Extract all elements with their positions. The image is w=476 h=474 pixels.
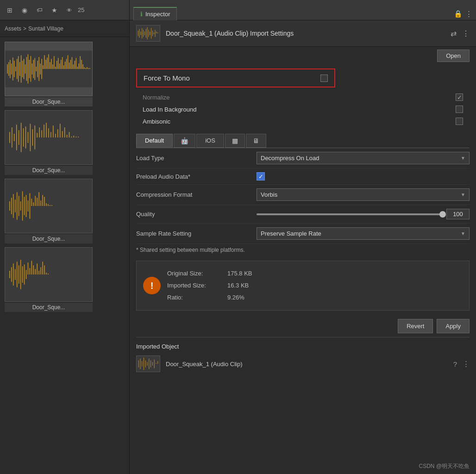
load-type-dropdown[interactable]: Decompress On Load ▼ — [257, 152, 470, 164]
quality-value-box[interactable]: 100 — [446, 209, 470, 219]
star-icon[interactable]: ★ — [48, 4, 60, 16]
inspector-tab[interactable]: ℹ Inspector — [133, 7, 177, 20]
quality-slider-container: 100 — [257, 209, 470, 219]
ambisonic-row: Ambisonic — [136, 115, 470, 127]
imported-item-name: Door_Squeak_1 (Audio Clip) — [166, 361, 448, 368]
preload-label: Preload Audio Data* — [136, 173, 257, 180]
normalize-label: Normalize — [143, 94, 456, 101]
action-buttons: Revert Apply — [136, 315, 470, 337]
right-panel: Door_Squeak_1 (Audio Clip) Import Settin… — [130, 20, 476, 474]
force-to-mono-label: Force To Mono — [144, 74, 320, 82]
tab-ios[interactable]: iOS — [196, 134, 224, 148]
warning-icon: ! — [143, 277, 161, 294]
force-to-mono-box: Force To Mono — [136, 69, 335, 87]
inspector-title: Door_Squeak_1 (Audio Clip) Import Settin… — [166, 30, 445, 37]
compression-label: Compression Format — [136, 191, 257, 198]
dropdown-arrow-load: ▼ — [461, 156, 465, 161]
csdn-watermark: CSDN @明天不吃鱼 — [419, 462, 470, 470]
quality-row: Quality 100 — [136, 205, 470, 224]
tab-webgl[interactable]: ▦ — [225, 134, 245, 148]
inspector-header: Door_Squeak_1 (Audio Clip) Import Settin… — [130, 20, 476, 47]
info-icon: ℹ — [140, 11, 143, 18]
more-dots-icon[interactable]: ⋮ — [462, 29, 470, 38]
asset-label: Door_Sque... — [5, 234, 93, 243]
ambisonic-label: Ambisonic — [143, 118, 456, 125]
breadcrumb-folder[interactable]: Suntail Village — [28, 25, 63, 32]
eye-icon[interactable]: 👁 — [63, 4, 75, 16]
more-icon[interactable]: ⋮ — [465, 10, 472, 18]
open-button[interactable]: Open — [437, 50, 470, 62]
breadcrumb-separator: > — [23, 25, 26, 32]
breadcrumb: Assets > Suntail Village — [0, 20, 129, 37]
quality-slider-thumb[interactable] — [439, 211, 446, 218]
inspector-tab-label: Inspector — [145, 11, 170, 18]
asset-label: Door_Sque... — [5, 166, 93, 175]
svg-rect-202 — [137, 25, 159, 41]
desktop-icon: 🖥 — [253, 137, 259, 144]
top-right-controls: 🔒 ⋮ — [454, 10, 472, 20]
compression-row: Compression Format Vorbis ▼ — [136, 185, 470, 205]
more-icon-imported[interactable]: ⋮ — [463, 360, 470, 368]
list-item[interactable]: Door_Sque... — [5, 247, 125, 312]
asset-label: Door_Sque... — [5, 97, 93, 106]
ambisonic-checkbox[interactable] — [456, 118, 463, 125]
imported-section-title: Imported Object — [136, 343, 470, 350]
asset-grid: Door_Sque... — [0, 37, 129, 317]
tag-icon[interactable]: 🏷 — [33, 4, 45, 16]
svg-rect-169 — [5, 256, 92, 293]
quality-label: Quality — [136, 211, 257, 218]
normalize-row: Normalize ✓ — [136, 91, 470, 103]
compression-dropdown[interactable]: Vorbis ▼ — [257, 188, 470, 201]
sample-rate-dropdown[interactable]: Preserve Sample Rate ▼ — [257, 227, 470, 240]
help-icon[interactable]: ? — [453, 360, 457, 368]
imported-section: Imported Object — [136, 337, 470, 378]
sample-rate-label: Sample Rate Setting — [136, 230, 257, 237]
file-info-box: ! Original Size:175.8 KB Imported Size:1… — [136, 261, 470, 311]
scene-icon[interactable]: ◉ — [19, 4, 31, 16]
load-in-background-row: Load In Background — [136, 103, 470, 115]
sample-rate-row: Sample Rate Setting Preserve Sample Rate… — [136, 224, 470, 244]
asset-label: Door_Sque... — [5, 303, 93, 312]
list-item[interactable]: Door_Sque... — [5, 110, 125, 175]
grid-icon[interactable]: ⊞ — [4, 4, 16, 16]
tab-android[interactable]: 🤖 — [174, 134, 195, 148]
android-icon: 🤖 — [181, 137, 188, 144]
adjust-icon[interactable]: ⇄ — [451, 29, 457, 38]
audio-thumb-header — [136, 25, 160, 42]
load-in-background-checkbox[interactable] — [456, 106, 463, 113]
list-item[interactable]: Door_Sque... — [5, 42, 125, 106]
dropdown-arrow-sample: ▼ — [461, 231, 465, 236]
tab-default[interactable]: Default — [136, 134, 173, 148]
tab-desktop[interactable]: 🖥 — [246, 134, 266, 148]
breadcrumb-assets[interactable]: Assets — [5, 25, 21, 32]
list-item[interactable]: Door_Sque... — [5, 179, 125, 243]
load-in-background-label: Load In Background — [143, 106, 456, 113]
revert-button[interactable]: Revert — [398, 319, 433, 333]
preload-row: Preload Audio Data* ✓ — [136, 168, 470, 185]
apply-button[interactable]: Apply — [437, 319, 470, 333]
load-type-row: Load Type Decompress On Load ▼ — [136, 148, 470, 168]
file-info-text: Original Size:175.8 KB Imported Size:16.… — [167, 268, 252, 304]
count-badge: 25 — [78, 6, 84, 13]
shared-note: * Shared setting between multiple platfo… — [136, 244, 470, 256]
settings-scroll: Force To Mono 勾选 Normalize ✓ Load In Bac… — [130, 65, 476, 474]
left-panel: Assets > Suntail Village — [0, 20, 130, 474]
dropdown-arrow-compression: ▼ — [461, 192, 465, 197]
load-type-label: Load Type — [136, 155, 257, 162]
imported-thumb — [136, 356, 160, 372]
imported-item: Door_Squeak_1 (Audio Clip) ? ⋮ — [136, 356, 470, 372]
normalize-checkbox[interactable]: ✓ — [456, 94, 463, 101]
platform-tabs: Default 🤖 iOS ▦ 🖥 — [136, 134, 470, 148]
svg-rect-132 — [5, 187, 92, 224]
force-to-mono-checkbox[interactable] — [320, 75, 328, 82]
webgl-icon: ▦ — [232, 137, 238, 144]
preload-checkbox[interactable]: ✓ — [257, 172, 265, 181]
lock-icon[interactable]: 🔒 — [454, 10, 463, 18]
